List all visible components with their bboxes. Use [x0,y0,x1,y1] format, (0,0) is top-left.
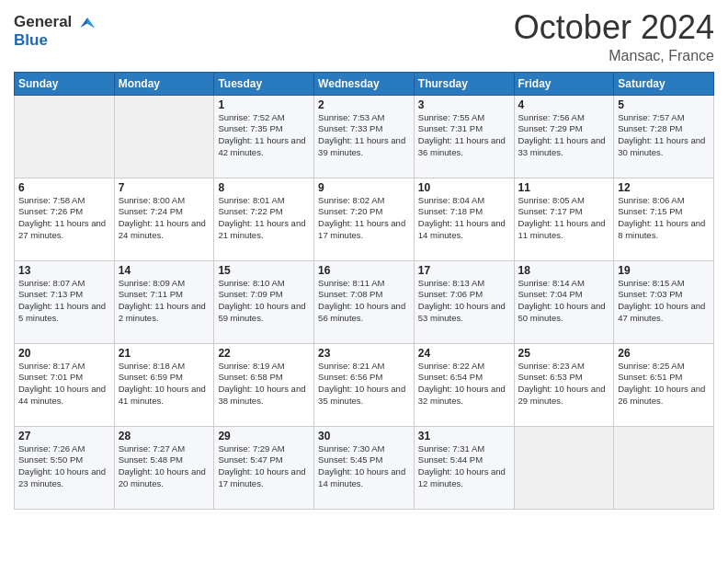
table-row: 10Sunrise: 8:04 AM Sunset: 7:18 PM Dayli… [414,178,514,260]
table-row: 22Sunrise: 8:19 AM Sunset: 6:58 PM Dayli… [214,343,314,426]
table-row [114,95,214,178]
header-monday: Monday [114,72,214,95]
calendar-week-row: 20Sunrise: 8:17 AM Sunset: 7:01 PM Dayli… [15,343,714,426]
day-info: Sunrise: 8:14 AM Sunset: 7:04 PM Dayligh… [518,278,610,325]
day-number: 14 [119,264,210,277]
day-number: 20 [18,347,110,360]
table-row: 20Sunrise: 8:17 AM Sunset: 7:01 PM Dayli… [15,343,115,426]
table-row: 12Sunrise: 8:06 AM Sunset: 7:15 PM Dayli… [614,178,714,260]
month-title: October 2024 [514,9,714,46]
day-info: Sunrise: 8:13 AM Sunset: 7:06 PM Dayligh… [418,278,510,325]
day-number: 19 [618,264,710,277]
day-info: Sunrise: 8:04 AM Sunset: 7:18 PM Dayligh… [418,195,510,242]
day-number: 11 [518,181,610,194]
table-row [15,95,115,178]
day-info: Sunrise: 7:57 AM Sunset: 7:28 PM Dayligh… [618,112,710,159]
day-number: 30 [318,430,410,442]
table-row: 1Sunrise: 7:52 AM Sunset: 7:35 PM Daylig… [214,95,314,178]
table-row: 24Sunrise: 8:22 AM Sunset: 6:54 PM Dayli… [414,343,514,426]
day-number: 3 [418,98,510,111]
day-number: 4 [518,98,610,111]
day-info: Sunrise: 8:00 AM Sunset: 7:24 PM Dayligh… [119,195,210,242]
header-saturday: Saturday [614,72,714,95]
table-row: 27Sunrise: 7:26 AM Sunset: 5:50 PM Dayli… [15,426,115,509]
day-number: 26 [618,347,710,360]
weekday-header-row: Sunday Monday Tuesday Wednesday Thursday… [15,72,714,95]
table-row: 14Sunrise: 8:09 AM Sunset: 7:11 PM Dayli… [114,260,214,343]
header-friday: Friday [514,72,614,95]
day-number: 21 [119,347,210,360]
table-row: 21Sunrise: 8:18 AM Sunset: 6:59 PM Dayli… [114,343,214,426]
table-row [514,426,614,509]
day-number: 17 [418,264,510,277]
logo-line2: Blue [14,32,97,50]
day-info: Sunrise: 7:31 AM Sunset: 5:44 PM Dayligh… [418,443,510,490]
day-info: Sunrise: 8:01 AM Sunset: 7:22 PM Dayligh… [218,195,310,242]
day-info: Sunrise: 8:02 AM Sunset: 7:20 PM Dayligh… [318,195,410,242]
calendar-week-row: 6Sunrise: 7:58 AM Sunset: 7:26 PM Daylig… [15,178,714,260]
table-row: 7Sunrise: 8:00 AM Sunset: 7:24 PM Daylig… [114,178,214,260]
table-row: 26Sunrise: 8:25 AM Sunset: 6:51 PM Dayli… [614,343,714,426]
table-row: 11Sunrise: 8:05 AM Sunset: 7:17 PM Dayli… [514,178,614,260]
day-number: 1 [218,98,310,111]
table-row [614,426,714,509]
logo-line1: General [14,14,97,32]
table-row: 9Sunrise: 8:02 AM Sunset: 7:20 PM Daylig… [314,178,415,260]
day-info: Sunrise: 8:19 AM Sunset: 6:58 PM Dayligh… [218,361,310,408]
day-number: 28 [119,430,210,442]
header: General Blue October 2024 Mansac, France [14,9,714,64]
day-info: Sunrise: 8:11 AM Sunset: 7:08 PM Dayligh… [318,278,410,325]
day-number: 23 [318,347,410,360]
logo: General Blue [14,14,97,50]
day-number: 18 [518,264,610,277]
day-number: 12 [618,181,710,194]
day-info: Sunrise: 7:58 AM Sunset: 7:26 PM Dayligh… [18,195,110,242]
day-info: Sunrise: 8:10 AM Sunset: 7:09 PM Dayligh… [218,278,310,325]
header-wednesday: Wednesday [314,72,415,95]
table-row: 29Sunrise: 7:29 AM Sunset: 5:47 PM Dayli… [214,426,314,509]
title-block: October 2024 Mansac, France [514,9,714,64]
day-info: Sunrise: 8:06 AM Sunset: 7:15 PM Dayligh… [618,195,710,242]
day-info: Sunrise: 8:25 AM Sunset: 6:51 PM Dayligh… [618,361,710,408]
day-info: Sunrise: 8:18 AM Sunset: 6:59 PM Dayligh… [119,361,210,408]
table-row: 16Sunrise: 8:11 AM Sunset: 7:08 PM Dayli… [314,260,415,343]
day-number: 10 [418,181,510,194]
svg-marker-1 [87,17,95,28]
day-number: 5 [618,98,710,111]
table-row: 30Sunrise: 7:30 AM Sunset: 5:45 PM Dayli… [314,426,415,509]
calendar-week-row: 13Sunrise: 8:07 AM Sunset: 7:13 PM Dayli… [15,260,714,343]
day-info: Sunrise: 8:22 AM Sunset: 6:54 PM Dayligh… [418,361,510,408]
header-thursday: Thursday [414,72,514,95]
day-info: Sunrise: 7:52 AM Sunset: 7:35 PM Dayligh… [218,112,310,159]
header-tuesday: Tuesday [214,72,314,95]
table-row: 8Sunrise: 8:01 AM Sunset: 7:22 PM Daylig… [214,178,314,260]
day-info: Sunrise: 8:21 AM Sunset: 6:56 PM Dayligh… [318,361,410,408]
table-row: 25Sunrise: 8:23 AM Sunset: 6:53 PM Dayli… [514,343,614,426]
day-info: Sunrise: 7:29 AM Sunset: 5:47 PM Dayligh… [218,443,310,490]
day-info: Sunrise: 7:56 AM Sunset: 7:29 PM Dayligh… [518,112,610,159]
day-info: Sunrise: 8:05 AM Sunset: 7:17 PM Dayligh… [518,195,610,242]
location: Mansac, France [514,48,714,64]
table-row: 13Sunrise: 8:07 AM Sunset: 7:13 PM Dayli… [15,260,115,343]
day-info: Sunrise: 7:27 AM Sunset: 5:48 PM Dayligh… [119,443,210,490]
header-sunday: Sunday [15,72,115,95]
day-info: Sunrise: 8:17 AM Sunset: 7:01 PM Dayligh… [18,361,110,408]
logo-bird-icon [77,12,97,32]
day-info: Sunrise: 8:23 AM Sunset: 6:53 PM Dayligh… [518,361,610,408]
day-number: 31 [418,430,510,442]
calendar-week-row: 27Sunrise: 7:26 AM Sunset: 5:50 PM Dayli… [15,426,714,509]
calendar-table: Sunday Monday Tuesday Wednesday Thursday… [14,72,714,510]
day-number: 16 [318,264,410,277]
calendar-week-row: 1Sunrise: 7:52 AM Sunset: 7:35 PM Daylig… [15,95,714,178]
day-number: 7 [119,181,210,194]
day-info: Sunrise: 7:30 AM Sunset: 5:45 PM Dayligh… [318,443,410,490]
page: General Blue October 2024 Mansac, France [0,0,728,563]
table-row: 15Sunrise: 8:10 AM Sunset: 7:09 PM Dayli… [214,260,314,343]
table-row: 28Sunrise: 7:27 AM Sunset: 5:48 PM Dayli… [114,426,214,509]
day-info: Sunrise: 8:15 AM Sunset: 7:03 PM Dayligh… [618,278,710,325]
day-number: 9 [318,181,410,194]
day-info: Sunrise: 7:26 AM Sunset: 5:50 PM Dayligh… [18,443,110,490]
day-info: Sunrise: 8:07 AM Sunset: 7:13 PM Dayligh… [18,278,110,325]
table-row: 5Sunrise: 7:57 AM Sunset: 7:28 PM Daylig… [614,95,714,178]
table-row: 6Sunrise: 7:58 AM Sunset: 7:26 PM Daylig… [15,178,115,260]
